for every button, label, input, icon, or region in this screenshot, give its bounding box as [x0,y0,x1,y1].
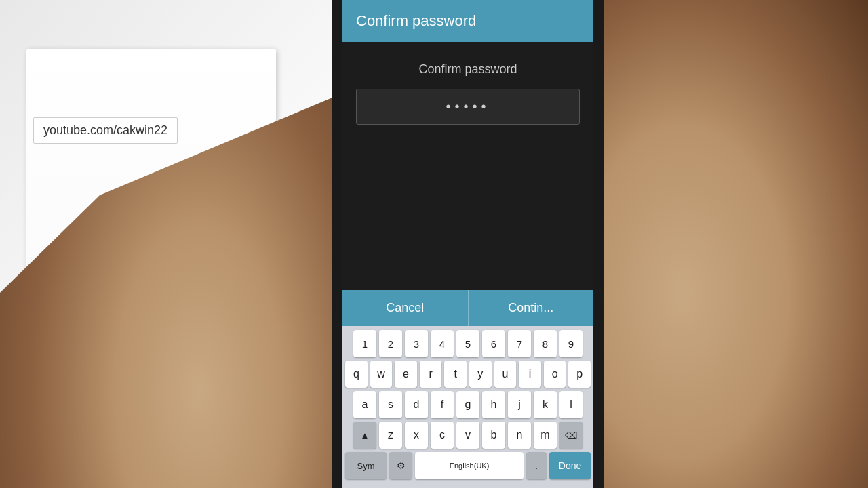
zxcv-row: ▲ z x c v b n m ⌫ [345,422,591,449]
phone-screen: Confirm password Confirm password ••••• … [342,0,593,488]
password-input[interactable]: ••••• [356,89,580,125]
done-key[interactable]: Done [549,452,591,479]
key-y[interactable]: y [469,361,492,388]
key-w[interactable]: w [370,361,393,388]
key-s[interactable]: s [379,391,402,418]
key-2[interactable]: 2 [379,330,402,357]
key-j[interactable]: j [508,391,531,418]
key-c[interactable]: c [431,422,454,449]
key-a[interactable]: a [353,391,376,418]
dialog-title: Confirm password [356,12,476,30]
key-4[interactable]: 4 [431,330,454,357]
key-m[interactable]: m [534,422,557,449]
sym-key[interactable]: Sym [345,452,387,479]
key-6[interactable]: 6 [482,330,505,357]
key-u[interactable]: u [494,361,517,388]
dialog-title-bar: Confirm password [342,0,593,42]
key-z[interactable]: z [379,422,402,449]
asdf-row: a s d f g h j k l [345,391,591,418]
key-p[interactable]: p [568,361,591,388]
bottom-row: Sym ⚙ English(UK) . Done [345,452,591,479]
phone-frame: Confirm password Confirm password ••••• … [332,0,604,488]
continue-button[interactable]: Contin... [469,290,594,326]
number-row: 1 2 3 4 5 6 7 8 9 [345,330,591,357]
key-e[interactable]: e [395,361,417,388]
key-d[interactable]: d [405,391,428,418]
keyboard: 1 2 3 4 5 6 7 8 9 q w e r t y u i o [342,326,593,488]
key-l[interactable]: l [559,391,583,418]
space-key[interactable]: English(UK) [415,452,524,479]
key-t[interactable]: t [444,361,467,388]
key-f[interactable]: f [431,391,454,418]
key-1[interactable]: 1 [353,330,376,357]
right-hand [604,0,868,488]
password-dots: ••••• [446,99,490,115]
key-k[interactable]: k [534,391,557,418]
key-i[interactable]: i [519,361,541,388]
shift-key[interactable]: ▲ [353,422,376,449]
key-7[interactable]: 7 [508,330,531,357]
key-x[interactable]: x [405,422,428,449]
dialog-body: Confirm password ••••• [342,42,593,290]
key-9[interactable]: 9 [559,330,583,357]
cancel-button[interactable]: Cancel [342,290,469,326]
key-v[interactable]: v [456,422,479,449]
action-buttons-row: Cancel Contin... [342,290,593,326]
youtube-url-label: youtube.com/cakwin22 [33,117,178,144]
key-g[interactable]: g [456,391,479,418]
key-b[interactable]: b [482,422,505,449]
key-n[interactable]: n [508,422,531,449]
key-r[interactable]: r [420,361,442,388]
qwerty-row: q w e r t y u i o p [345,361,591,388]
gear-key[interactable]: ⚙ [389,452,412,479]
period-key[interactable]: . [526,452,547,479]
key-q[interactable]: q [345,361,368,388]
left-panel: youtube.com/cakwin22 [0,0,332,488]
key-5[interactable]: 5 [456,330,479,357]
confirm-password-label: Confirm password [418,62,517,77]
right-panel [604,0,868,488]
key-h[interactable]: h [482,391,505,418]
key-8[interactable]: 8 [534,330,557,357]
key-o[interactable]: o [544,361,566,388]
backspace-key[interactable]: ⌫ [559,422,583,449]
key-3[interactable]: 3 [405,330,428,357]
